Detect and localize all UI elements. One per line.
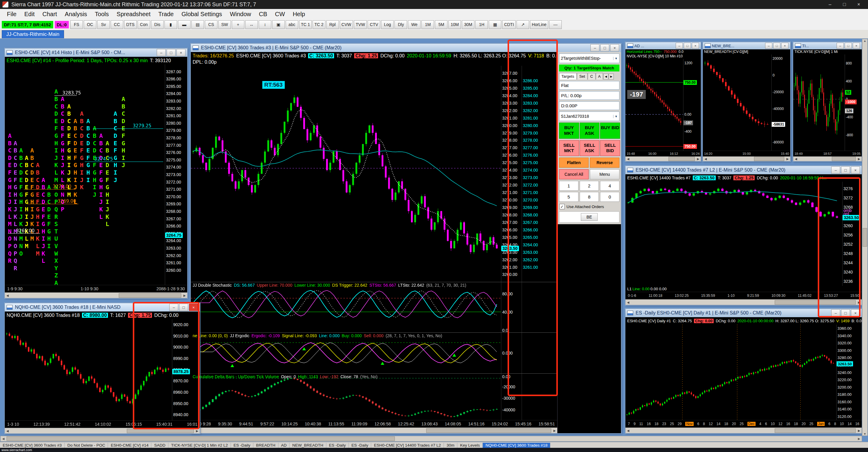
h-scrollbar[interactable]: ◀ ▶	[625, 299, 862, 305]
toolbar-button[interactable]: ↗	[517, 20, 529, 29]
h-scrollbar[interactable]: ◀ ▶	[5, 428, 200, 433]
window-title-bar[interactable]: ES -Daily ESH0-CME [CV] Daily #1 | E-Min…	[625, 309, 862, 317]
toolbar-button[interactable]: CC	[111, 20, 123, 29]
breadth-chart[interactable]	[703, 55, 771, 151]
ergodic-panel[interactable]: ne Line: 0.00 (0, 0) JJ Ergodic Ergodic:…	[191, 333, 501, 374]
scroll-left-icon[interactable]: ◀	[625, 301, 631, 304]
restore-button[interactable]: □	[179, 304, 188, 311]
scroll-left-icon[interactable]: ◀	[625, 157, 631, 161]
scroll-thumb[interactable]	[832, 157, 856, 161]
price-scale[interactable]: 3287.003286.003285.003284.003283.003282.…	[501, 66, 522, 282]
toolbar-button[interactable]: CVW	[340, 20, 353, 29]
menu-item[interactable]: CW	[271, 10, 289, 18]
chart-tab[interactable]: SADD	[151, 443, 168, 448]
close-button[interactable]: ×	[851, 166, 860, 174]
buy-button[interactable]: BUY MKT	[559, 123, 579, 139]
minimize-button[interactable]: –	[590, 44, 599, 52]
window-title-bar[interactable]: ESH0-CME [CV] 14400 Trades #7 L2 | E-Min…	[625, 166, 862, 174]
restore-button[interactable]: □	[684, 43, 691, 49]
esh0-14400-canvas[interactable]	[625, 182, 842, 286]
minimize-button[interactable]: –	[831, 310, 840, 317]
chart-tab[interactable]: ES -Daily	[231, 443, 253, 448]
chart-tab[interactable]: 30m	[444, 443, 457, 448]
scroll-up-icon[interactable]: ▲	[862, 39, 868, 42]
menu-item[interactable]: Trade	[154, 10, 178, 18]
scroll-left-icon[interactable]: ◀	[1, 437, 6, 440]
menu-button[interactable]: Menu	[590, 169, 619, 180]
tick-chart[interactable]	[793, 55, 845, 151]
restore-button[interactable]: □	[841, 166, 850, 174]
close-button[interactable]: ×	[781, 43, 788, 49]
toolbar-button[interactable]: ▤	[191, 20, 204, 29]
toolbar-button[interactable]: ▣	[272, 20, 285, 29]
sell-button[interactable]: SELL MKT	[559, 140, 579, 156]
toolbar-button[interactable]: Sv	[97, 20, 110, 29]
toolbar-button[interactable]: —	[549, 20, 562, 29]
toolbar-button[interactable]: ▦	[489, 20, 501, 29]
menu-item[interactable]: Help	[289, 10, 309, 18]
scroll-right-icon[interactable]: ▶	[182, 294, 187, 297]
cancel-all-button[interactable]: Cancel All	[559, 169, 589, 180]
chart-tab[interactable]: ES -Daily	[326, 443, 349, 448]
window-title-bar[interactable]: NQH0-CME [CV] 3600 Trades #18 | E-Mini N…	[5, 303, 200, 312]
h-scrollbar[interactable]: ◀ ▶	[5, 292, 187, 298]
scroll-thumb[interactable]	[669, 157, 695, 161]
toolbar-button[interactable]: ↔	[245, 20, 258, 29]
scroll-left-icon[interactable]: ◀	[5, 294, 10, 297]
scroll-thumb[interactable]	[775, 428, 856, 433]
minimize-button[interactable]: –	[157, 49, 166, 56]
esh0-14400-chart[interactable]	[625, 182, 842, 286]
ergodic-canvas[interactable]	[191, 333, 501, 374]
price-scale-secondary[interactable]: 3286.003285.003284.003283.003282.003281.…	[522, 66, 557, 282]
price-scale[interactable]: 12000.00-400750.00-197750.00	[683, 59, 701, 151]
h-scrollbar[interactable]: ◀ ▶	[703, 156, 790, 161]
price-chart-canvas[interactable]	[191, 66, 501, 282]
h-scrollbar[interactable]: ◀ ▶	[625, 427, 862, 433]
scroll-thumb[interactable]	[426, 428, 552, 433]
menu-item[interactable]: Spreadsheet	[113, 10, 154, 18]
toolbar-button[interactable]: TC 1	[299, 20, 312, 29]
scroll-right-icon[interactable]: ▶	[856, 157, 862, 161]
minimize-button[interactable]: –	[676, 43, 683, 49]
toolbar-button[interactable]: TC 2	[313, 20, 325, 29]
workspace-v-scrollbar[interactable]: ▲ ▼	[862, 39, 868, 436]
toolbar-button[interactable]: ▬	[178, 20, 190, 29]
toolbar-button[interactable]: 10M	[448, 20, 461, 29]
scroll-left-icon[interactable]: ◀	[625, 429, 631, 432]
toolbar-button[interactable]: ▮	[164, 20, 177, 29]
flatten-button[interactable]: Flatten	[559, 158, 589, 168]
sell-button[interactable]: SELL ASK	[580, 140, 600, 156]
tab-scroll-left-icon[interactable]: ◀	[603, 73, 609, 79]
close-button[interactable]: ×	[852, 1, 866, 8]
scroll-thumb[interactable]	[119, 293, 181, 298]
scroll-thumb[interactable]	[7, 437, 395, 441]
restore-button[interactable]: □	[841, 310, 850, 317]
study-scale[interactable]: 0.000	[501, 333, 522, 374]
minimize-button[interactable]: –	[765, 43, 772, 49]
price-scale[interactable]: ombonl3276327232683264326032563252324832…	[842, 182, 862, 286]
quantity-button[interactable]: 0	[600, 192, 619, 202]
toolbar-button[interactable]: CTV	[368, 20, 380, 29]
stochastic-panel[interactable]: JJ Double Stochastic DS: 56.667 Upper Li…	[191, 282, 501, 332]
scroll-right-icon[interactable]: ▶	[856, 437, 862, 440]
toolbar-button[interactable]: 1M	[422, 20, 434, 29]
scroll-right-icon[interactable]: ▶	[552, 429, 557, 432]
close-button[interactable]: ×	[853, 43, 860, 49]
toolbar-button[interactable]: TVW	[354, 20, 367, 29]
chart-tab[interactable]: TICK-NYSE [CV-D] 1 Min #2 L2	[168, 443, 231, 448]
reverse-button[interactable]: Reverse	[590, 158, 619, 168]
nq-chart[interactable]	[5, 319, 172, 420]
trade-preset-select[interactable]: 2TargetsWithBEStop- ▼	[559, 54, 619, 63]
account-select[interactable]: S1Jan6270318 ▼	[559, 111, 619, 121]
restore-button[interactable]: □	[837, 1, 851, 8]
toolbar-button[interactable]: ↕	[259, 20, 271, 29]
quantity-button[interactable]: 2	[580, 181, 599, 191]
minimize-button[interactable]: –	[169, 304, 178, 311]
use-attached-orders[interactable]: ✓ Use Attached Orders	[559, 203, 619, 210]
tab-targets[interactable]: Targets	[559, 73, 577, 79]
chart-tab[interactable]: BREADTH	[253, 443, 278, 448]
menu-item[interactable]: Chart	[39, 10, 61, 18]
chart-tab[interactable]: Key Levels	[457, 443, 483, 448]
scroll-right-icon[interactable]: ▶	[194, 429, 200, 432]
price-chart[interactable]: RT:563	[191, 66, 501, 282]
